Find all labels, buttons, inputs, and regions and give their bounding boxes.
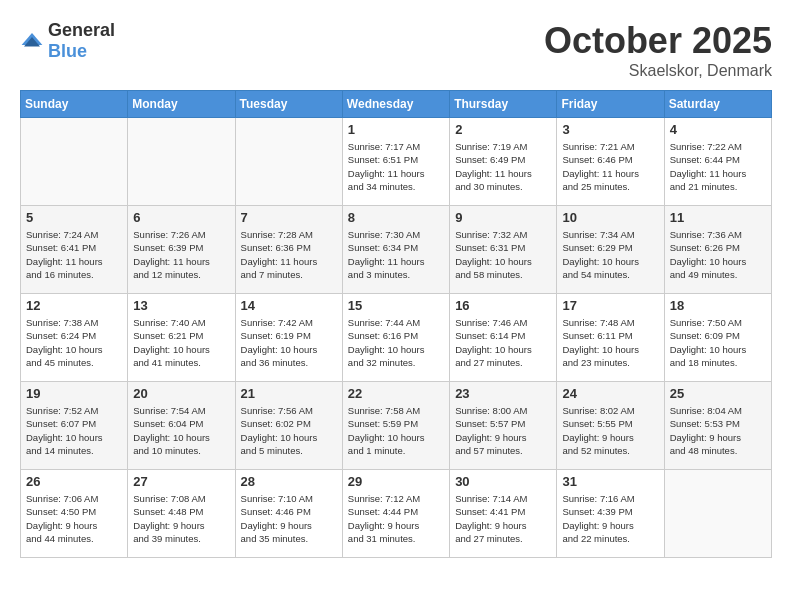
day-info: Sunrise: 7:12 AM Sunset: 4:44 PM Dayligh… [348,492,444,545]
col-monday: Monday [128,91,235,118]
day-info: Sunrise: 7:42 AM Sunset: 6:19 PM Dayligh… [241,316,337,369]
calendar-cell: 27Sunrise: 7:08 AM Sunset: 4:48 PM Dayli… [128,470,235,558]
day-info: Sunrise: 7:56 AM Sunset: 6:02 PM Dayligh… [241,404,337,457]
calendar-cell: 9Sunrise: 7:32 AM Sunset: 6:31 PM Daylig… [450,206,557,294]
day-info: Sunrise: 7:32 AM Sunset: 6:31 PM Dayligh… [455,228,551,281]
day-number: 28 [241,474,337,489]
day-info: Sunrise: 7:24 AM Sunset: 6:41 PM Dayligh… [26,228,122,281]
day-info: Sunrise: 7:52 AM Sunset: 6:07 PM Dayligh… [26,404,122,457]
location: Skaelskor, Denmark [544,62,772,80]
calendar-cell: 29Sunrise: 7:12 AM Sunset: 4:44 PM Dayli… [342,470,449,558]
calendar-cell: 7Sunrise: 7:28 AM Sunset: 6:36 PM Daylig… [235,206,342,294]
day-info: Sunrise: 7:21 AM Sunset: 6:46 PM Dayligh… [562,140,658,193]
calendar-cell: 24Sunrise: 8:02 AM Sunset: 5:55 PM Dayli… [557,382,664,470]
day-number: 30 [455,474,551,489]
calendar-cell [235,118,342,206]
day-info: Sunrise: 7:44 AM Sunset: 6:16 PM Dayligh… [348,316,444,369]
calendar-cell: 15Sunrise: 7:44 AM Sunset: 6:16 PM Dayli… [342,294,449,382]
day-number: 22 [348,386,444,401]
day-info: Sunrise: 7:38 AM Sunset: 6:24 PM Dayligh… [26,316,122,369]
day-number: 3 [562,122,658,137]
calendar-cell: 23Sunrise: 8:00 AM Sunset: 5:57 PM Dayli… [450,382,557,470]
page-header: General Blue October 2025 Skaelskor, Den… [20,20,772,80]
calendar-cell: 16Sunrise: 7:46 AM Sunset: 6:14 PM Dayli… [450,294,557,382]
title-area: October 2025 Skaelskor, Denmark [544,20,772,80]
col-wednesday: Wednesday [342,91,449,118]
calendar-row-4: 19Sunrise: 7:52 AM Sunset: 6:07 PM Dayli… [21,382,772,470]
day-info: Sunrise: 7:46 AM Sunset: 6:14 PM Dayligh… [455,316,551,369]
day-number: 17 [562,298,658,313]
calendar-header: Sunday Monday Tuesday Wednesday Thursday… [21,91,772,118]
calendar-cell: 6Sunrise: 7:26 AM Sunset: 6:39 PM Daylig… [128,206,235,294]
day-info: Sunrise: 7:22 AM Sunset: 6:44 PM Dayligh… [670,140,766,193]
day-info: Sunrise: 7:36 AM Sunset: 6:26 PM Dayligh… [670,228,766,281]
day-info: Sunrise: 7:17 AM Sunset: 6:51 PM Dayligh… [348,140,444,193]
day-number: 18 [670,298,766,313]
calendar-row-5: 26Sunrise: 7:06 AM Sunset: 4:50 PM Dayli… [21,470,772,558]
calendar-cell [128,118,235,206]
col-thursday: Thursday [450,91,557,118]
col-sunday: Sunday [21,91,128,118]
calendar-cell: 19Sunrise: 7:52 AM Sunset: 6:07 PM Dayli… [21,382,128,470]
day-info: Sunrise: 7:48 AM Sunset: 6:11 PM Dayligh… [562,316,658,369]
day-number: 9 [455,210,551,225]
day-number: 24 [562,386,658,401]
calendar-cell: 12Sunrise: 7:38 AM Sunset: 6:24 PM Dayli… [21,294,128,382]
day-info: Sunrise: 8:04 AM Sunset: 5:53 PM Dayligh… [670,404,766,457]
calendar-cell: 30Sunrise: 7:14 AM Sunset: 4:41 PM Dayli… [450,470,557,558]
day-number: 21 [241,386,337,401]
day-number: 10 [562,210,658,225]
calendar-row-2: 5Sunrise: 7:24 AM Sunset: 6:41 PM Daylig… [21,206,772,294]
calendar-cell: 11Sunrise: 7:36 AM Sunset: 6:26 PM Dayli… [664,206,771,294]
calendar-cell: 20Sunrise: 7:54 AM Sunset: 6:04 PM Dayli… [128,382,235,470]
calendar-cell: 21Sunrise: 7:56 AM Sunset: 6:02 PM Dayli… [235,382,342,470]
day-info: Sunrise: 7:34 AM Sunset: 6:29 PM Dayligh… [562,228,658,281]
day-number: 11 [670,210,766,225]
calendar-cell: 14Sunrise: 7:42 AM Sunset: 6:19 PM Dayli… [235,294,342,382]
calendar-cell: 3Sunrise: 7:21 AM Sunset: 6:46 PM Daylig… [557,118,664,206]
calendar-cell [21,118,128,206]
calendar-cell [664,470,771,558]
day-info: Sunrise: 7:28 AM Sunset: 6:36 PM Dayligh… [241,228,337,281]
day-number: 2 [455,122,551,137]
day-number: 31 [562,474,658,489]
calendar-cell: 25Sunrise: 8:04 AM Sunset: 5:53 PM Dayli… [664,382,771,470]
day-info: Sunrise: 7:08 AM Sunset: 4:48 PM Dayligh… [133,492,229,545]
day-info: Sunrise: 8:02 AM Sunset: 5:55 PM Dayligh… [562,404,658,457]
day-info: Sunrise: 7:26 AM Sunset: 6:39 PM Dayligh… [133,228,229,281]
day-info: Sunrise: 7:50 AM Sunset: 6:09 PM Dayligh… [670,316,766,369]
calendar-cell: 5Sunrise: 7:24 AM Sunset: 6:41 PM Daylig… [21,206,128,294]
day-number: 27 [133,474,229,489]
day-number: 14 [241,298,337,313]
day-number: 1 [348,122,444,137]
header-row: Sunday Monday Tuesday Wednesday Thursday… [21,91,772,118]
calendar-cell: 8Sunrise: 7:30 AM Sunset: 6:34 PM Daylig… [342,206,449,294]
logo-general: General [48,20,115,40]
day-number: 6 [133,210,229,225]
calendar-cell: 31Sunrise: 7:16 AM Sunset: 4:39 PM Dayli… [557,470,664,558]
day-info: Sunrise: 7:19 AM Sunset: 6:49 PM Dayligh… [455,140,551,193]
day-number: 13 [133,298,229,313]
day-number: 8 [348,210,444,225]
day-number: 12 [26,298,122,313]
day-info: Sunrise: 7:30 AM Sunset: 6:34 PM Dayligh… [348,228,444,281]
day-info: Sunrise: 7:06 AM Sunset: 4:50 PM Dayligh… [26,492,122,545]
calendar-cell: 22Sunrise: 7:58 AM Sunset: 5:59 PM Dayli… [342,382,449,470]
calendar-cell: 13Sunrise: 7:40 AM Sunset: 6:21 PM Dayli… [128,294,235,382]
calendar-cell: 17Sunrise: 7:48 AM Sunset: 6:11 PM Dayli… [557,294,664,382]
calendar-cell: 18Sunrise: 7:50 AM Sunset: 6:09 PM Dayli… [664,294,771,382]
calendar-cell: 26Sunrise: 7:06 AM Sunset: 4:50 PM Dayli… [21,470,128,558]
day-number: 26 [26,474,122,489]
logo-text: General Blue [48,20,115,62]
day-number: 16 [455,298,551,313]
col-tuesday: Tuesday [235,91,342,118]
calendar-cell: 2Sunrise: 7:19 AM Sunset: 6:49 PM Daylig… [450,118,557,206]
day-number: 25 [670,386,766,401]
calendar-table: Sunday Monday Tuesday Wednesday Thursday… [20,90,772,558]
day-info: Sunrise: 7:14 AM Sunset: 4:41 PM Dayligh… [455,492,551,545]
day-info: Sunrise: 8:00 AM Sunset: 5:57 PM Dayligh… [455,404,551,457]
day-number: 20 [133,386,229,401]
day-info: Sunrise: 7:40 AM Sunset: 6:21 PM Dayligh… [133,316,229,369]
day-info: Sunrise: 7:10 AM Sunset: 4:46 PM Dayligh… [241,492,337,545]
day-number: 23 [455,386,551,401]
